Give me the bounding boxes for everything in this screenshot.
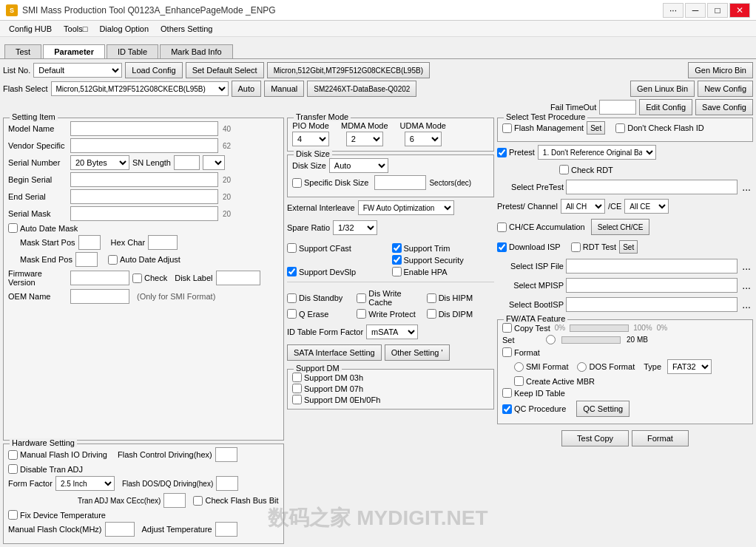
create-mbr-check[interactable]: Create Active MBR bbox=[514, 376, 595, 386]
list-no-select[interactable]: Default bbox=[33, 63, 122, 78]
select-isp-input[interactable]: ISP2246XT.bin bbox=[566, 259, 738, 274]
dos-format-radio[interactable]: DOS Format bbox=[577, 362, 635, 372]
chce-accum-check[interactable]: CH/CE Accumulation bbox=[497, 222, 585, 232]
auto-date-mask-check[interactable]: Auto Date Mask bbox=[8, 223, 78, 233]
mdma-mode-select[interactable]: 2 bbox=[346, 132, 383, 146]
smi-format-radio[interactable]: SMI Format bbox=[514, 362, 568, 372]
auto-date-adjust-check[interactable]: Auto Date Adjust bbox=[108, 255, 180, 265]
menu-config-hub[interactable]: Config HUB bbox=[3, 23, 58, 35]
set-default-button[interactable]: Set Default Select bbox=[186, 62, 264, 78]
new-config-button[interactable]: New Config bbox=[698, 81, 753, 97]
edit-config-button[interactable]: Edit Config bbox=[639, 99, 692, 115]
select-mpisp-input[interactable]: MPISP2246.bin bbox=[566, 278, 738, 293]
flash-chip-button[interactable]: Micron,512Gbit,MT29F512G08CKECB(L95B) bbox=[267, 62, 430, 78]
form-factor-select[interactable]: 2.5 Inch bbox=[55, 476, 115, 491]
disable-tran-check[interactable]: Disable Tran ADJ bbox=[8, 464, 83, 474]
disk-label-input[interactable]: SSD DISK bbox=[216, 271, 260, 285]
fail-timeout-input[interactable]: 600 bbox=[599, 100, 636, 115]
specific-size-check[interactable]: Specific Disk Size bbox=[292, 178, 368, 188]
flash-select[interactable]: Micron,512Gbit,MT29F512G08CKECB(L95B) bbox=[51, 81, 229, 96]
support-security-check[interactable]: Support Security bbox=[392, 255, 495, 265]
select-chce-button[interactable]: Select CH/CE bbox=[591, 219, 650, 235]
qc-setting-button[interactable]: QC Setting bbox=[576, 401, 630, 417]
spare-select[interactable]: 1/32 bbox=[333, 220, 377, 235]
support-trim-check[interactable]: Support Trim bbox=[392, 243, 495, 253]
sata-interface-button[interactable]: SATA Interface Setting bbox=[287, 344, 382, 361]
all-ch-select[interactable]: All CH bbox=[561, 199, 605, 214]
manual-button[interactable]: Manual bbox=[264, 81, 304, 97]
save-config-button[interactable]: Save Config bbox=[695, 99, 753, 115]
end-serial-input[interactable]: AA000000000000001000 bbox=[70, 189, 218, 204]
vendor-input[interactable] bbox=[70, 138, 218, 153]
menu-dialog-option[interactable]: Dialog Option bbox=[93, 23, 155, 35]
enable-hpa-check[interactable]: Enable HPA bbox=[392, 267, 495, 276]
select-bisp-browse[interactable]: ... bbox=[740, 297, 753, 312]
begin-serial-input[interactable]: AA000000000000000735 bbox=[70, 172, 218, 187]
flash-mgmt-set-button[interactable]: Set bbox=[587, 121, 605, 135]
select-isp-browse[interactable]: ... bbox=[740, 259, 753, 274]
fix-device-check[interactable]: Fix Device Temperature bbox=[8, 510, 106, 520]
gen-micro-bin-button[interactable]: Gen Micro Bin bbox=[688, 62, 753, 78]
auto-button[interactable]: Auto bbox=[232, 81, 262, 97]
close-button[interactable]: ✕ bbox=[729, 3, 750, 18]
select-pretest-input[interactable]: PTEST2246.bin bbox=[566, 180, 738, 194]
dont-check-flash-check[interactable]: Don't Check Flash ID bbox=[615, 123, 704, 133]
serial-mask-input[interactable]: AA################ bbox=[70, 206, 218, 221]
support-cfast-check[interactable]: Support CFast bbox=[287, 243, 390, 253]
manual-flash-check[interactable]: Manual Flash IO Driving bbox=[8, 450, 107, 460]
id-table-select[interactable]: mSATA bbox=[366, 325, 418, 339]
select-bisp-input[interactable]: BootISP2246.bin bbox=[566, 297, 738, 312]
tab-mark-bad-info[interactable]: Mark Bad Info bbox=[160, 44, 232, 58]
firmware-input[interactable] bbox=[70, 271, 129, 285]
model-name-input[interactable]: SM2246XT bbox=[70, 121, 218, 136]
sn-length-input[interactable]: 20 bbox=[174, 155, 200, 170]
gen-linux-bin-button[interactable]: Gen Linux Bin bbox=[630, 81, 695, 97]
tab-parameter[interactable]: Parameter bbox=[43, 44, 105, 58]
check-rdt-check[interactable]: Check RDT bbox=[559, 165, 613, 174]
udma-mode-select[interactable]: 6 bbox=[405, 132, 442, 146]
specific-size-input[interactable]: 13000000 bbox=[374, 175, 426, 190]
format-check[interactable]: Format bbox=[502, 347, 540, 357]
minimize-button[interactable]: ─ bbox=[685, 3, 706, 18]
download-isp-check[interactable]: Download ISP bbox=[497, 242, 561, 252]
fat32-select[interactable]: FAT32 bbox=[667, 359, 712, 374]
dis-dipm-check[interactable]: Dis DIPM bbox=[427, 309, 494, 319]
external-select[interactable]: FW Auto Optimization bbox=[358, 200, 454, 215]
mask-end-input[interactable]: 10 bbox=[75, 252, 98, 267]
menu-tools[interactable]: Tools□ bbox=[58, 23, 93, 35]
format-button[interactable]: Format bbox=[632, 430, 689, 446]
dm0e-check[interactable]: Support DM 0Eh/0Fh bbox=[292, 395, 489, 404]
manual-clock-input[interactable]: 200 bbox=[105, 522, 135, 537]
tab-test[interactable]: Test bbox=[4, 44, 41, 58]
dis-write-cache-check[interactable]: Dis Write Cache bbox=[357, 289, 424, 307]
dots-button[interactable]: ··· bbox=[663, 3, 684, 18]
keep-id-check[interactable]: Keep ID Table bbox=[502, 388, 565, 398]
sm-db-button[interactable]: SM2246XT-DataBase-Q0202 bbox=[307, 81, 416, 97]
menu-others-setting[interactable]: Others Setting bbox=[155, 23, 218, 35]
rdt-set-button[interactable]: Set bbox=[619, 240, 638, 254]
copy-test-check[interactable]: Copy Test bbox=[502, 323, 550, 333]
check-flash-check[interactable]: Check Flash Bus Bit bbox=[193, 496, 278, 506]
other-setting-button[interactable]: Other Setting ' bbox=[385, 344, 450, 361]
mask-start-input[interactable]: 3 bbox=[78, 235, 101, 250]
select-mpisp-browse[interactable]: ... bbox=[740, 278, 753, 293]
pretest-select[interactable]: 1. Don't Reference Original Bad bbox=[538, 145, 656, 160]
check-check[interactable]: Check bbox=[132, 274, 167, 283]
q-erase-check[interactable]: Q Erase bbox=[287, 309, 354, 319]
hex-char-input[interactable] bbox=[148, 235, 178, 250]
maximize-button[interactable]: □ bbox=[707, 3, 728, 18]
all-ce-select[interactable]: All CE bbox=[624, 199, 669, 214]
pio-mode-select[interactable]: 4 bbox=[292, 132, 329, 146]
tran-adj-input[interactable]: 0 bbox=[163, 493, 186, 508]
rdt-test-check[interactable]: RDT Test bbox=[571, 242, 616, 252]
serial-bytes-select[interactable]: 20 Bytes bbox=[70, 155, 129, 170]
oem-input[interactable]: DISKDISK bbox=[70, 289, 129, 304]
adjust-temp-input[interactable]: 0 bbox=[215, 522, 237, 537]
flash-control-input[interactable]: 77 bbox=[215, 447, 237, 462]
dm07-check[interactable]: Support DM 07h bbox=[292, 384, 489, 393]
load-config-button[interactable]: Load Config bbox=[125, 62, 182, 78]
support-devslp-check[interactable]: Support DevSlp bbox=[287, 267, 390, 276]
flash-dos-input[interactable]: 77 bbox=[216, 476, 238, 491]
dm03-check[interactable]: Support DM 03h bbox=[292, 373, 489, 382]
disk-size-select[interactable]: Auto bbox=[329, 158, 388, 173]
